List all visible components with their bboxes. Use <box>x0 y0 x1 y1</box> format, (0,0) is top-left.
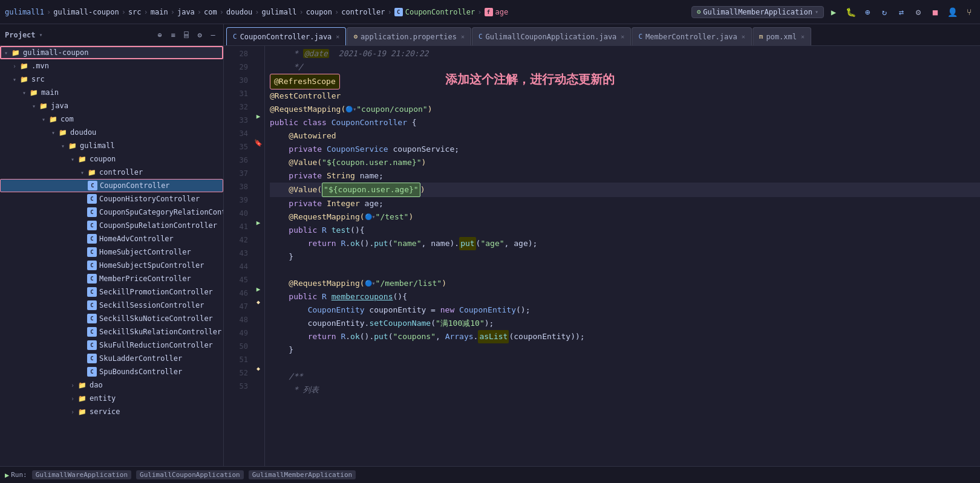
sidebar-dropdown-arrow[interactable]: ▾ <box>39 31 43 38</box>
code-space <box>270 290 289 303</box>
code-varname: name; <box>355 169 384 183</box>
breadcrumb-class[interactable]: CouponController <box>405 8 475 16</box>
chinese-annotation-label: 添加这个注解，进行动态更新的 <box>445 73 615 86</box>
tree-item-entity[interactable]: › 📁 entity <box>0 392 223 405</box>
code-editor[interactable]: 28 29 30 31 32 33 34 35 36 37 38 39 40 4… <box>224 46 980 466</box>
tree-item-CouponSpuRelation[interactable]: C CouponSpuRelationController <box>0 219 223 232</box>
tab-close-CouponController[interactable]: ✕ <box>336 33 339 40</box>
breadcrumb-project[interactable]: gulimall1 <box>5 8 44 16</box>
code-parens: (){ <box>350 224 364 237</box>
debug-button[interactable]: 🐛 <box>844 6 857 18</box>
breadcrumb-sep5: › <box>197 8 201 16</box>
tree-item-mvn[interactable]: › 📁 .mvn <box>0 59 223 73</box>
tree-item-HomeSubject[interactable]: C HomeSubjectController <box>0 245 223 259</box>
tab-CouponController[interactable]: C CouponController.java ✕ <box>226 27 346 45</box>
profile-button[interactable]: 👤 <box>946 6 958 18</box>
refresh-button[interactable]: ↻ <box>878 6 890 18</box>
tab-label-MemberController: MemberController.java <box>645 33 737 41</box>
coverage-button[interactable]: ⊕ <box>861 6 874 18</box>
tree-item-doudou[interactable]: ▾ 📁 doudou <box>0 126 223 139</box>
run-config-selector[interactable]: ⚙ GulimallMemberApplication ▾ <box>691 6 824 18</box>
status-app-ware[interactable]: GulimallWareApplication <box>32 470 131 479</box>
tree-item-MemberPrice[interactable]: C MemberPriceController <box>0 272 223 285</box>
tree-label-main: main <box>41 88 59 97</box>
tree-item-gulimall[interactable]: ▾ 📁 gulimall <box>0 139 223 152</box>
sidebar-collapse-button[interactable]: ≡ <box>168 30 178 41</box>
code-paren46: (){ <box>393 290 407 303</box>
code-fn-ok2: ok <box>350 330 360 343</box>
code-content[interactable]: * @date 2021-06-19 21:20:22 */ @RefreshS… <box>265 46 980 466</box>
tree-item-service[interactable]: › 📁 service <box>0 405 223 418</box>
run-button[interactable]: ▶ <box>828 6 840 18</box>
code-fn-membercoupons: membercoupons <box>332 290 393 303</box>
tab-application-properties[interactable]: ⚙ application.properties ✕ <box>347 27 471 45</box>
tree-item-HomeAdv[interactable]: C HomeAdvController <box>0 232 223 245</box>
code-space <box>322 169 327 183</box>
stop-button[interactable]: ■ <box>929 6 941 18</box>
settings-button[interactable]: ⚙ <box>912 6 924 18</box>
sidebar-close-button[interactable]: — <box>207 30 218 41</box>
tree-item-SkuFullReduction[interactable]: C SkuFullReductionController <box>0 339 223 352</box>
code-type-integer: Integer <box>327 197 360 210</box>
status-run-area: ▶ Run: <box>5 471 27 479</box>
tree-item-controller[interactable]: ▾ 📁 controller <box>0 166 223 179</box>
tree-item-SpuBounds[interactable]: C SpuBoundsController <box>0 365 223 378</box>
class-icon-SeckillSkuNotice: C <box>87 314 97 323</box>
tab-close-MemberController[interactable]: ✕ <box>742 33 745 40</box>
breadcrumb-doudou[interactable]: doudou <box>226 8 252 16</box>
tab-MemberController[interactable]: C MemberController.java ✕ <box>632 27 751 45</box>
breadcrumb-field[interactable]: age <box>495 8 509 16</box>
tree-item-HomeSubjectSpu[interactable]: C HomeSubjectSpuController <box>0 259 223 272</box>
folder-icon-main: 📁 <box>29 88 39 97</box>
tab-GulimallCoupon[interactable]: C GulimallCouponApplication.java ✕ <box>472 27 631 45</box>
code-line-29: */ <box>270 60 980 74</box>
tab-label-pom: pom.xml <box>766 33 797 41</box>
tree-item-dao[interactable]: › 📁 dao <box>0 378 223 392</box>
tab-pom[interactable]: m pom.xml ✕ <box>753 27 811 45</box>
breadcrumb-coupon[interactable]: coupon <box>306 8 332 16</box>
code-reqmap: @RequestMapping( <box>270 210 365 224</box>
breadcrumb-sep4: › <box>171 8 175 16</box>
tree-item-src[interactable]: ▾ 📁 src <box>0 73 223 86</box>
tree-arrow-src: ▾ <box>10 76 19 83</box>
code-space <box>336 237 341 250</box>
tree-item-CouponHistoryController[interactable]: C CouponHistoryController <box>0 192 223 206</box>
tree-item-SkuLadder[interactable]: C SkuLadderController <box>0 352 223 365</box>
breadcrumb-module[interactable]: gulimall-coupon <box>53 8 119 16</box>
tree-item-coupon[interactable]: ▾ 📁 coupon <box>0 152 223 166</box>
tree-item-com[interactable]: ▾ 📁 com <box>0 112 223 126</box>
tree-item-CouponController[interactable]: C CouponController <box>0 179 223 192</box>
breadcrumb-sep8: › <box>299 8 303 16</box>
class-icon-CouponSpuRelation: C <box>87 221 97 230</box>
gutter-run-46: ▶ <box>253 285 264 293</box>
tree-item-CouponSpuCategory[interactable]: C CouponSpuCategoryRelationCont... <box>0 206 223 219</box>
sync-button[interactable]: ⇄ <box>895 6 907 18</box>
tree-item-gulimall-coupon[interactable]: ▾ 📁 gulimall-coupon <box>0 46 223 59</box>
code-fn-test: test <box>332 224 350 237</box>
breadcrumb-src[interactable]: src <box>128 8 142 16</box>
tree-item-SeckillSkuNotice[interactable]: C SeckillSkuNoticeController <box>0 312 223 325</box>
tab-close-properties[interactable]: ✕ <box>461 33 465 40</box>
breadcrumb-java[interactable]: java <box>177 8 195 16</box>
tree-item-java[interactable]: ▾ 📁 java <box>0 99 223 112</box>
status-app-member[interactable]: GulimallMemberApplication <box>249 470 356 479</box>
vcs-button[interactable]: ⑂ <box>963 6 975 18</box>
sidebar-locate-button[interactable]: ⊕ <box>154 30 165 41</box>
tree-item-SeckillPromotion[interactable]: C SeckillPromotionController <box>0 285 223 299</box>
tree-item-main[interactable]: ▾ 📁 main <box>0 86 223 99</box>
tree-item-SeckillSession[interactable]: C SeckillSessionController <box>0 299 223 312</box>
breadcrumb-main[interactable]: main <box>151 8 168 16</box>
status-app-coupon[interactable]: GulimallCouponApplication <box>136 470 244 479</box>
code-space <box>270 330 308 343</box>
tab-close-GulimallCoupon[interactable]: ✕ <box>621 33 624 40</box>
sidebar-gear-button[interactable]: ⚙ <box>194 30 205 41</box>
code-space <box>454 303 459 317</box>
code-brace: { <box>407 116 417 129</box>
code-str-highlighted: "${coupon.user.age}" <box>322 183 420 197</box>
tab-close-pom[interactable]: ✕ <box>801 33 805 40</box>
breadcrumb-controller[interactable]: controller <box>341 8 385 16</box>
tree-item-SeckillSkuRelation[interactable]: C SeckillSkuRelationController <box>0 325 223 339</box>
breadcrumb-gulimall[interactable]: gulimall <box>262 8 297 16</box>
sidebar-expand-button[interactable]: ⌸ <box>181 30 192 41</box>
breadcrumb-com[interactable]: com <box>204 8 217 16</box>
